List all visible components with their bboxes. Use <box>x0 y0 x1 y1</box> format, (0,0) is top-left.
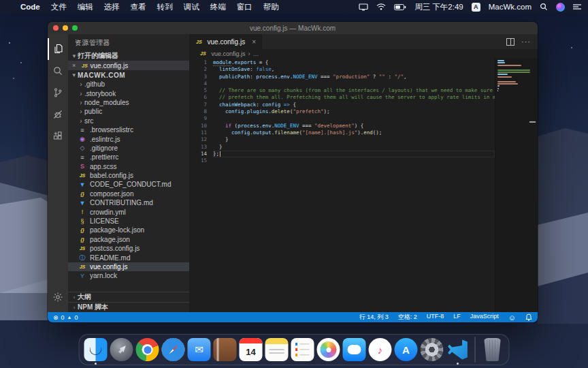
dock-icon-itunes[interactable]: ♪ <box>369 338 392 361</box>
code-line[interactable]: 9 <box>189 115 495 122</box>
extensions-icon[interactable] <box>48 125 68 147</box>
tree-item-contributing-md[interactable]: ▼CONTRIBUTING.md <box>68 198 189 207</box>
tree-item-license[interactable]: §LICENSE <box>68 217 189 226</box>
menu-bar-account[interactable]: MacWk.com <box>489 3 532 11</box>
dock-icon-vscode[interactable] <box>446 338 470 361</box>
tree-item-code-of-conduct-md[interactable]: ▼CODE_OF_CONDUCT.md <box>68 180 189 189</box>
tree-item-crowdin-yml[interactable]: !crowdin.yml <box>68 207 189 216</box>
tree-item-composer-json[interactable]: {}composer.json <box>68 189 189 198</box>
code-line[interactable]: 5 // There are so many chunks (from all … <box>189 87 495 94</box>
tree-item-public[interactable]: ›public <box>68 107 189 116</box>
more-actions-icon[interactable]: ··· <box>521 37 531 46</box>
menu-item[interactable]: 终端 <box>210 3 226 11</box>
status-item[interactable]: LF <box>453 313 461 322</box>
problems-status[interactable]: ⊗ 0 ▲ 0 <box>53 314 78 321</box>
tree-item-babel-config-js[interactable]: JSbabel.config.js <box>68 171 189 180</box>
menu-item[interactable]: 帮助 <box>263 3 279 11</box>
status-item[interactable]: UTF-8 <box>427 313 444 322</box>
debug-icon[interactable] <box>48 104 68 125</box>
dock-icon-photos[interactable] <box>317 338 340 361</box>
window-title-bar[interactable]: vue.config.js — MacWk.com <box>48 22 538 34</box>
tree-item-vue-config-js[interactable]: JSvue.config.js <box>68 262 189 271</box>
dock-icon-mail[interactable]: ✉ <box>188 338 211 361</box>
code-line[interactable]: 12 } <box>189 136 495 143</box>
tree-item-yarn-lock[interactable]: Yyarn.lock <box>68 271 189 280</box>
code-line[interactable]: 7 chainWebpack: config => { <box>189 102 495 108</box>
menu-item[interactable]: 窗口 <box>237 3 252 11</box>
manage-gear-icon[interactable] <box>48 286 68 308</box>
tree-item--github[interactable]: ›.github <box>68 80 189 89</box>
menu-item[interactable]: 选择 <box>104 3 120 11</box>
wifi-icon[interactable] <box>376 3 386 10</box>
code-line[interactable]: 2 lintOnSave: false, <box>189 66 495 73</box>
app-menu-code[interactable]: Code <box>20 3 40 11</box>
tree-item--browserslistrc[interactable]: ≡.browserslistrc <box>68 125 189 134</box>
tab-vue-config[interactable]: JS vue.config.js × <box>189 34 262 49</box>
tree-item--storybook[interactable]: ›.storybook <box>68 89 189 97</box>
tree-item-node-modules[interactable]: ›node_modules <box>68 98 189 107</box>
dock-icon-notes[interactable] <box>265 338 289 361</box>
menu-item[interactable]: 调试 <box>184 3 199 11</box>
menu-item[interactable]: 转到 <box>157 3 173 11</box>
code-editor[interactable]: 1module.exports = {2 lintOnSave: false,3… <box>189 58 538 312</box>
menu-item[interactable]: 查看 <box>131 3 146 11</box>
workspace-section[interactable]: ▼ MACWK.COM <box>68 70 189 80</box>
minimap[interactable] <box>495 58 538 312</box>
menu-item[interactable]: 编辑 <box>78 3 93 11</box>
code-line[interactable]: 1module.exports = { <box>189 59 495 66</box>
tree-item-package-json[interactable]: {}package.json <box>68 235 189 244</box>
dock-icon-appstore[interactable]: A <box>395 338 418 361</box>
notification-center-icon[interactable] <box>573 3 581 10</box>
open-editor-item[interactable]: × JS vue.config.js <box>68 61 189 70</box>
notifications-bell-icon[interactable] <box>525 313 532 321</box>
tree-item--gitignore[interactable]: ◇.gitignore <box>68 144 189 153</box>
open-editors-section[interactable]: ▼ 打开的编辑器 <box>68 51 189 61</box>
dock-icon-finder[interactable] <box>84 338 108 361</box>
code-line[interactable]: 15 <box>189 157 495 164</box>
close-icon[interactable]: × <box>72 62 80 69</box>
code-line[interactable]: 6 // prefetch them all. Prefetching them… <box>189 94 495 101</box>
dock-icon-sysprefs[interactable] <box>421 338 444 361</box>
explorer-icon[interactable] <box>48 38 68 60</box>
battery-icon[interactable] <box>394 4 406 10</box>
input-method-icon[interactable]: A <box>472 3 480 12</box>
tree-item-app-scss[interactable]: Sapp.scss <box>68 162 189 171</box>
dock-icon-launchpad[interactable] <box>110 338 133 361</box>
dock-icon-contacts[interactable] <box>214 338 237 361</box>
sidebar-section-NPM 脚本[interactable]: ›NPM 脚本 <box>68 302 189 312</box>
tree-item-postcss-config-js[interactable]: JSpostcss.config.js <box>68 244 189 253</box>
breadcrumb[interactable]: JS vue.config.js › … <box>189 49 538 58</box>
search-icon[interactable] <box>48 60 68 82</box>
code-line[interactable]: 10 if (process.env.NODE_ENV === "develop… <box>189 123 495 129</box>
dock-icon-trash[interactable] <box>481 338 504 361</box>
status-item[interactable]: JavaScript <box>470 313 499 322</box>
tab-close-icon[interactable]: × <box>252 38 256 46</box>
status-item[interactable]: 空格: 2 <box>398 313 417 322</box>
dock-icon-calendar[interactable]: 14 <box>240 338 263 361</box>
display-icon[interactable] <box>359 3 368 11</box>
spotlight-search-icon[interactable] <box>540 3 548 11</box>
tree-item-readme-md[interactable]: ⓘREADME.md <box>68 253 189 262</box>
dock-icon-messages[interactable] <box>343 338 366 361</box>
siri-icon[interactable] <box>556 3 565 12</box>
tree-item-src[interactable]: ›src <box>68 117 189 125</box>
dock-icon-safari[interactable] <box>162 338 185 361</box>
tree-item--eslintrc-js[interactable]: ◉.eslintrc.js <box>68 134 189 143</box>
menu-item[interactable]: 文件 <box>51 3 67 11</box>
dock-icon-reminders[interactable] <box>291 338 314 361</box>
feedback-smiley-icon[interactable]: ☺ <box>508 313 516 322</box>
sidebar-section-大纲[interactable]: ›大纲 <box>68 292 189 302</box>
split-editor-icon[interactable] <box>506 38 514 46</box>
code-line[interactable]: 14}; <box>189 151 495 157</box>
code-line[interactable]: 3 publicPath: process.env.NODE_ENV === "… <box>189 74 495 80</box>
code-line[interactable]: 11 config.output.filename("[name].[hash]… <box>189 129 495 136</box>
status-item[interactable]: 行 14, 列 3 <box>359 313 389 322</box>
code-line[interactable]: 13 } <box>189 144 495 151</box>
source-control-icon[interactable] <box>48 82 68 104</box>
tree-item-package-lock-json[interactable]: {}package-lock.json <box>68 226 189 234</box>
tree-item--prettierrc[interactable]: ≡.prettierrc <box>68 153 189 162</box>
code-line[interactable]: 8 config.plugins.delete("prefetch"); <box>189 108 495 115</box>
dock-icon-chrome[interactable] <box>136 338 159 361</box>
code-line[interactable]: 4 <box>189 80 495 87</box>
menu-bar-clock[interactable]: 周三 下午2:49 <box>414 2 463 12</box>
